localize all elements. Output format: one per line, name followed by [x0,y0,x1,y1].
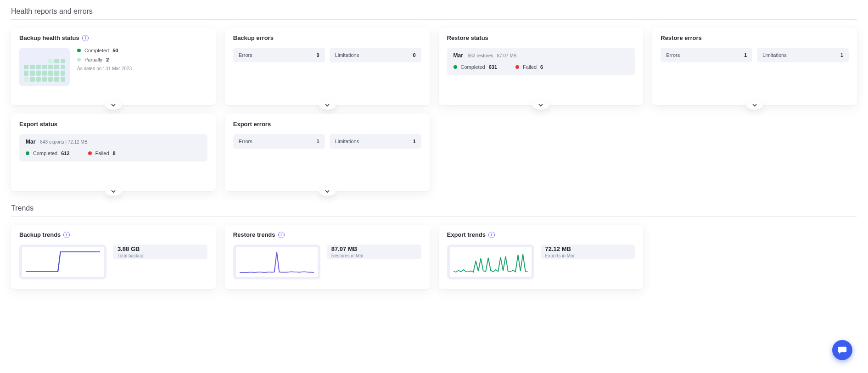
health-grid: Backup health status i Completed 50 [11,28,857,191]
stat-errors[interactable]: Errors 1 [661,48,752,62]
expand-button[interactable] [319,100,336,110]
expand-button[interactable] [105,187,122,196]
trend-value: 72.12 MB [545,245,575,252]
card-title: Restore trends i [233,231,421,238]
legend-failed: Failed 6 [515,64,543,70]
card-export-status: Export status Mar 643 exports | 72.12 MB… [11,114,216,191]
trend-meta-export: 72.12 MB Exports in Mar [541,245,635,259]
card-title: Backup trends i [19,231,207,238]
sparkline-backup[interactable] [19,245,106,279]
info-icon[interactable]: i [82,35,89,41]
expand-button[interactable] [746,100,763,110]
card-export-trends: Export trends i 72.12 MB Exports in Mar [439,225,644,289]
calendar-mini[interactable] [19,48,70,86]
dot-icon [77,49,81,52]
card-restore-trends: Restore trends i 87.07 MB Restores in Ma… [225,225,430,289]
card-title: Export status [19,121,207,128]
legend-completed: Completed 631 [454,64,498,70]
summary-month: Mar [26,139,35,145]
expand-button[interactable] [105,100,122,110]
legend-partially: Partially 2 [77,57,132,62]
stat-value: 1 [840,52,843,58]
legend-failed: Failed 8 [88,150,116,156]
stat-limitations[interactable]: Limitations 1 [330,134,421,149]
info-icon[interactable]: i [63,232,70,238]
info-icon[interactable]: i [488,232,495,238]
chevron-down-icon [111,189,116,194]
summary-month: Mar [454,52,463,59]
legend-label: Completed [461,64,485,70]
export-summary[interactable]: Mar 643 exports | 72.12 MB Completed 612… [19,134,207,161]
card-export-errors: Export errors Errors 1 Limitations 1 [225,114,430,191]
card-backup-health: Backup health status i Completed 50 [11,28,216,105]
dot-icon [77,58,81,61]
card-title-text: Restore errors [661,34,702,41]
legend-value: 631 [489,64,497,70]
stat-errors[interactable]: Errors 0 [233,48,325,62]
legend-value: 6 [540,64,543,70]
stat-value: 1 [744,52,747,58]
trend-caption: Total backup [118,253,143,258]
stat-label: Limitations [335,52,359,58]
card-title-text: Backup trends [19,231,61,238]
legend-label: Failed [523,64,537,70]
card-title: Backup health status i [19,34,207,41]
summary-sub: 663 restores | 87.07 MB [468,53,517,58]
stat-value: 1 [413,139,415,144]
expand-button[interactable] [319,187,336,196]
sparkline-restore[interactable] [233,245,320,279]
card-title-text: Backup errors [233,34,274,41]
chevron-down-icon [325,189,330,194]
card-title-text: Export errors [233,121,271,128]
dot-icon [88,151,92,155]
stat-label: Limitations [762,52,787,58]
trend-caption: Exports in Mar [545,253,575,258]
trend-meta-restore: 87.07 MB Restores in Mar [327,245,421,259]
stat-label: Errors [239,139,252,144]
legend-value: 8 [113,150,116,156]
stat-limitations[interactable]: Limitations 0 [330,48,421,62]
card-restore-errors: Restore errors Errors 1 Limitations 1 [652,28,857,105]
trend-value: 87.07 MB [331,245,364,252]
trend-caption: Restores in Mar [331,253,364,258]
section-title-trends: Trends [11,204,857,212]
card-title-text: Export trends [447,231,486,238]
stat-errors[interactable]: Errors 1 [233,134,325,149]
dot-icon [515,65,519,69]
as-dated-text: As dated on : 31-Mar-2023 [77,66,132,71]
card-title: Restore errors [661,34,849,41]
card-title-text: Backup health status [19,34,79,41]
card-title: Restore status [447,34,635,41]
card-title: Backup errors [233,34,421,41]
divider [11,216,857,217]
card-title: Export trends i [447,231,635,238]
legend-completed: Completed 50 [77,48,132,53]
stat-label: Errors [239,52,252,58]
card-restore-status: Restore status Mar 663 restores | 87.07 … [439,28,644,105]
card-backup-trends: Backup trends i 3.88 GB Total backup [11,225,216,289]
legend-label: Failed [95,150,109,156]
sparkline-export[interactable] [447,245,534,279]
trends-grid: Backup trends i 3.88 GB Total backup Res… [11,225,857,289]
card-title-text: Export status [19,121,57,128]
legend-value: 50 [112,48,118,53]
dot-icon [26,151,29,155]
chevron-down-icon [752,103,757,107]
dot-icon [454,65,457,69]
trend-value: 3.88 GB [118,245,143,252]
legend-label: Partially [84,57,102,62]
chevron-down-icon [538,103,543,107]
card-title: Export errors [233,121,421,128]
summary-sub: 643 exports | 72.12 MB [40,139,87,145]
trend-meta-backup: 3.88 GB Total backup [113,245,207,259]
restore-summary[interactable]: Mar 663 restores | 87.07 MB Completed 63… [447,48,635,75]
legend-completed: Completed 612 [26,150,70,156]
expand-button[interactable] [532,100,549,110]
chevron-down-icon [111,103,116,107]
divider [11,19,857,20]
chevron-down-icon [325,103,330,107]
stat-limitations[interactable]: Limitations 1 [757,48,849,62]
card-backup-errors: Backup errors Errors 0 Limitations 0 [225,28,430,105]
info-icon[interactable]: i [278,232,285,238]
section-title-health: Health reports and errors [11,7,857,16]
